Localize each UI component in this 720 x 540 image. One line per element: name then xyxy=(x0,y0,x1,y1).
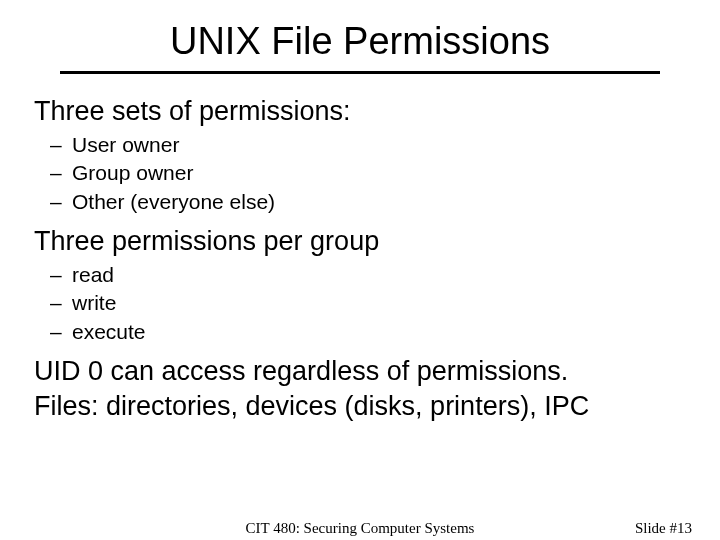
section-heading-1: Three sets of permissions: xyxy=(34,96,686,127)
slide-title: UNIX File Permissions xyxy=(60,0,660,74)
list-item: execute xyxy=(72,318,686,346)
list-item: Group owner xyxy=(72,159,686,187)
footer-slide-number: Slide #13 xyxy=(635,520,692,537)
list-item: read xyxy=(72,261,686,289)
slide: UNIX File Permissions Three sets of perm… xyxy=(0,0,720,540)
section-list-1: User owner Group owner Other (everyone e… xyxy=(34,131,686,216)
list-item: User owner xyxy=(72,131,686,159)
list-item: Other (everyone else) xyxy=(72,188,686,216)
body-line-1: UID 0 can access regardless of permissio… xyxy=(34,356,686,387)
footer-course: CIT 480: Securing Computer Systems xyxy=(0,520,720,537)
slide-body: Three sets of permissions: User owner Gr… xyxy=(0,74,720,422)
section-list-2: read write execute xyxy=(34,261,686,346)
body-line-2: Files: directories, devices (disks, prin… xyxy=(34,391,686,422)
section-heading-2: Three permissions per group xyxy=(34,226,686,257)
list-item: write xyxy=(72,289,686,317)
